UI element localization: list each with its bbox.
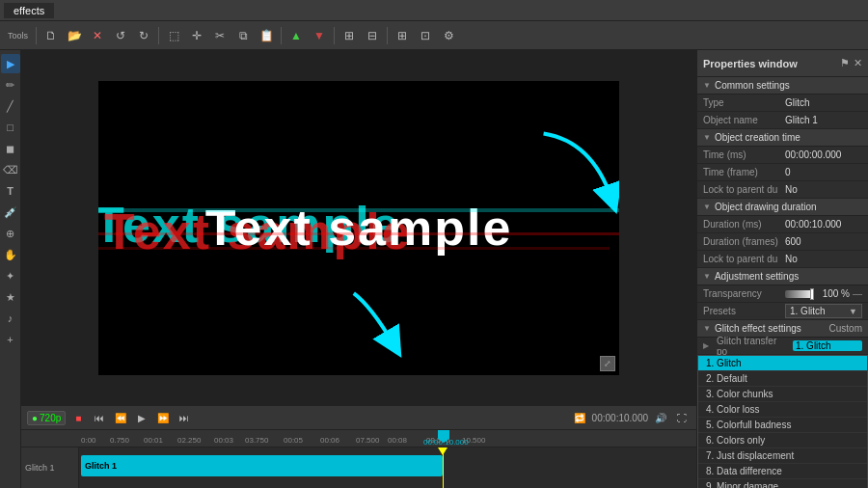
glitch-option-2[interactable]: 2. Default: [698, 371, 867, 387]
panel-header: Properties window ⚑ ✕: [697, 50, 868, 77]
lock-parent-2-row: Lock to parent du No: [697, 251, 868, 268]
object-name-value: Glitch 1: [785, 115, 862, 125]
top-menu-bar: effects: [0, 0, 868, 21]
snap-btn[interactable]: ⊡: [415, 25, 436, 46]
effects-tab[interactable]: effects: [4, 3, 54, 18]
audio-tool[interactable]: ♪: [1, 309, 20, 328]
ruler-mark-0: 0:00: [81, 436, 96, 445]
lock-parent-1-value: No: [785, 184, 862, 195]
ruler-mark-2: 00:01: [144, 436, 163, 445]
zoom-tool[interactable]: ⊕: [1, 224, 20, 243]
adjustment-header[interactable]: ▼ Adjustment settings: [697, 268, 868, 285]
glitch-option-9[interactable]: 9. Minor damage: [698, 479, 867, 488]
ruler-mark-5: 03.750: [245, 436, 268, 445]
playback-bar: ● 720p ■ ⏮ ⏪ ▶ ⏩ ⏭ 🔁 00:00:10.000 🔊 ⛶: [21, 405, 696, 430]
draw-tool[interactable]: ✏: [1, 75, 20, 95]
stop-btn[interactable]: ■: [69, 409, 87, 426]
type-value: Glitch: [785, 97, 862, 108]
shape-tool[interactable]: □: [1, 118, 20, 137]
extra-tool[interactable]: +: [1, 330, 20, 349]
undo-btn[interactable]: ↺: [110, 25, 131, 46]
duration-ms-value: 00:00:10.000: [785, 219, 862, 230]
redo-btn[interactable]: ↻: [133, 25, 154, 46]
save-btn[interactable]: ✕: [87, 25, 108, 46]
ruler-mark-8: 07.500: [356, 436, 379, 445]
fill-tool[interactable]: ◼: [1, 139, 20, 158]
effects-tool[interactable]: ★: [1, 287, 20, 307]
glitch-option-4[interactable]: 4. Color loss: [698, 402, 867, 418]
main-glitch-text: Text sample: [98, 199, 619, 257]
glitch-text-container: Text sample Text sample Text sample: [98, 199, 619, 257]
lock-parent-2-value: No: [785, 254, 862, 264]
step-fwd-btn[interactable]: ⏭: [176, 409, 193, 426]
creation-time-header[interactable]: ▼ Object creation time: [697, 129, 868, 147]
adjustment-arrow: ▼: [703, 272, 711, 281]
arrow-up-btn[interactable]: ▲: [285, 25, 307, 46]
copy-btn[interactable]: ⧉: [232, 25, 254, 46]
timeline-clip[interactable]: Glitch 1: [81, 455, 443, 476]
frame-fwd-btn[interactable]: ⏩: [154, 409, 172, 426]
glitch-option-8[interactable]: 8. Data difference: [698, 464, 867, 479]
resolution-label: 720p: [40, 413, 61, 423]
grid-btn[interactable]: ⊞: [392, 25, 413, 46]
paste-btn[interactable]: 📋: [256, 25, 277, 46]
lock-parent-2-label: Lock to parent du: [703, 254, 785, 264]
cut-btn[interactable]: ✂: [209, 25, 231, 46]
glitch-option-1[interactable]: 1. Glitch: [698, 356, 867, 371]
transparency-reset[interactable]: —: [853, 288, 862, 299]
transparency-value: 100 %: [821, 288, 850, 299]
transparency-bar[interactable]: [785, 290, 814, 298]
audio-btn[interactable]: 🔊: [652, 409, 669, 426]
sep5: [387, 27, 388, 44]
move-btn[interactable]: ✛: [186, 25, 207, 46]
hand-tool[interactable]: ✋: [1, 245, 20, 264]
glitch-option-3[interactable]: 3. Color chunks: [698, 387, 867, 402]
time-frame-value: 0: [785, 167, 862, 177]
transparency-control: 100 % —: [785, 288, 862, 299]
presets-dropdown[interactable]: 1. Glitch ▼: [785, 304, 862, 318]
adjustment-label: Adjustment settings: [715, 271, 799, 282]
play-btn[interactable]: ▶: [133, 409, 150, 426]
open-btn[interactable]: 📂: [64, 25, 85, 46]
loop-btn[interactable]: 🔁: [571, 409, 588, 426]
ruler-mark-4: 00:03: [214, 436, 233, 445]
eyedrop-tool[interactable]: 💉: [1, 203, 20, 222]
type-row: Type Glitch: [697, 95, 868, 112]
line-tool[interactable]: ╱: [1, 96, 20, 116]
canvas-expand-btn[interactable]: ⤢: [600, 356, 615, 371]
glitch-transfer-expand[interactable]: ▶: [703, 341, 713, 350]
presets-row: Presets 1. Glitch ▼: [697, 303, 868, 320]
frame-back-btn[interactable]: ⏪: [112, 409, 129, 426]
toolbar: Tools 🗋 📂 ✕ ↺ ↻ ⬚ ✛ ✂ ⧉ 📋 ▲ ▼ ⊞ ⊟ ⊞ ⊡ ⚙: [0, 21, 868, 50]
eraser-tool[interactable]: ⌫: [1, 160, 20, 179]
arrow-down-btn[interactable]: ▼: [309, 25, 330, 46]
fullscreen-btn[interactable]: ⛶: [673, 409, 691, 426]
ruler-mark-9: 00:08: [388, 436, 407, 445]
select-btn[interactable]: ⬚: [163, 25, 184, 46]
pointer-tool[interactable]: ▶: [1, 54, 20, 73]
step-back-btn[interactable]: ⏮: [91, 409, 108, 426]
glitch-transfer-value[interactable]: 1. Glitch: [793, 340, 862, 351]
ruler-mark-3: 02.250: [177, 436, 201, 445]
sep3: [281, 27, 282, 44]
settings-btn[interactable]: ⚙: [438, 25, 459, 46]
common-settings-header[interactable]: ▼ Common settings: [697, 77, 868, 95]
text-tool[interactable]: T: [1, 181, 20, 201]
export-btn[interactable]: ⊟: [362, 25, 383, 46]
duration-frames-value: 600: [785, 236, 862, 247]
new-btn[interactable]: 🗋: [41, 25, 62, 46]
pin-icon[interactable]: ⚑: [840, 57, 850, 69]
time-frame-row: Time (frame) 0: [697, 164, 868, 181]
glitch-option-5[interactable]: 5. Colorfull badness: [698, 418, 867, 433]
presets-label: Presets: [703, 306, 785, 316]
glitch-option-6[interactable]: 6. Colors only: [698, 433, 867, 448]
tools-label: Tools: [4, 31, 32, 41]
object-name-row: Object name Glitch 1: [697, 112, 868, 129]
clip-tool[interactable]: ✦: [1, 266, 20, 285]
import-btn[interactable]: ⊞: [339, 25, 360, 46]
duration-label: Object drawing duration: [715, 202, 817, 212]
close-icon[interactable]: ✕: [854, 57, 862, 69]
creation-time-label: Object creation time: [715, 132, 800, 143]
duration-header[interactable]: ▼ Object drawing duration: [697, 199, 868, 216]
glitch-option-7[interactable]: 7. Just displacement: [698, 448, 867, 464]
